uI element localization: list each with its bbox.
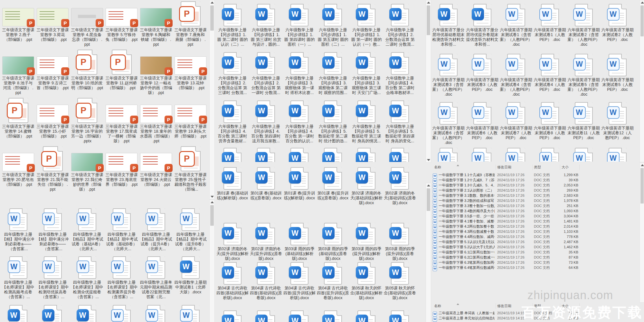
file-item[interactable]: W六年级英语下册期末测试卷2（人教PEP） .doc — [601, 3, 634, 42]
file-item[interactable]: W第04课 古代诗歌四首(基础训练)(解析版).docx — [216, 261, 249, 300]
file-item[interactable]: W第01课 春(基础训练)(原卷版) .docx — [249, 166, 283, 201]
file-item[interactable]: W — [35, 304, 70, 322]
file-item[interactable]: P三年级语文下册课堂教学 15.小虾（部编版） .ppt — [35, 99, 70, 139]
file-item[interactable]: W六年级数学上册【同步讲练】1. 圆 第四课时 圆的面积（一）... — [283, 3, 316, 47]
scrollbar-thumb[interactable] — [210, 205, 214, 226]
file-item[interactable]: W四年级数学上册【精品】期中考试试卷（提升A卷）（北师大... — [139, 207, 173, 251]
file-item[interactable]: W第02课 济南的冬天(基础训练)(原卷版).docx — [383, 166, 417, 205]
file-row[interactable]: W一年级数学下册 1.2十几减8、7（苏教...2024/11/19 17:26… — [431, 177, 582, 183]
file-item[interactable]: W第02课 济南的冬天(提升训练)(原卷版).docx — [249, 222, 283, 261]
file-item[interactable]: W — [283, 147, 316, 162]
file-item[interactable]: W六年级英语下册期末测试卷6（人教PEP） .doc — [465, 101, 499, 140]
file-item[interactable]: P三年级语文下册课堂教学 7.鹿角和鹿腿（部编版） .ppt — [173, 3, 208, 47]
file-item[interactable]: W六年级英语下册期末测试卷2（含答案）（人教PEP） .doc — [567, 3, 601, 47]
file-item[interactable]: W六年级英语下册期末测试卷4（含答案）（人教PEP） .doc — [499, 52, 533, 97]
file-row[interactable]: W一年级数学下册 6.2口算两位数减一位数...2024/11/19 17:26… — [431, 255, 582, 260]
file-item[interactable]: W六年级数学上册【同步讲练】1. 圆 第五课时 圆的面积（二）... — [316, 3, 350, 47]
file-item[interactable]: W第01课 春(基础训练)(解析版) .docx — [216, 166, 249, 201]
file-item[interactable]: W六年级数学上册【同步讲练】4. 百分数 第二课时 合格率教材详... — [383, 51, 417, 95]
file-row[interactable]: W一年级数学下册 4.3两位数减整十数、一...2024/11/19 17:26… — [431, 229, 582, 234]
file-item[interactable]: P三年级语文下册课堂教学 17.我变成了一棵树（部编版） .ppt — [104, 99, 139, 144]
file-row[interactable]: W一年级数学下册 3.5多一些、少一些、多...2024/11/19 17:26… — [431, 213, 582, 219]
file-item[interactable]: W — [216, 309, 249, 322]
file-item[interactable]: W六年级英语下册期末测试卷7（人教PEP） .doc — [499, 101, 533, 140]
scroll-up-icon[interactable] — [427, 2, 430, 4]
file-row[interactable]: W一年级数学下册 5.1认识1元及1元以下...2024/11/19 17:26… — [431, 239, 582, 244]
file-item[interactable]: W — [465, 147, 499, 162]
file-row[interactable]: W一年级数学下册 3.4数的顺序及大小比较...2024/11/19 17:26… — [431, 208, 582, 213]
file-item[interactable]: P三年级语文下册课堂教学 24.火烧云（部编版） .ppt — [139, 147, 173, 187]
scroll-down-icon[interactable] — [211, 196, 214, 198]
file-row[interactable]: W一年级数学下册 4.2两位数加整十数、一...2024/11/19 17:26… — [431, 224, 582, 229]
file-item[interactable]: W第01课 春(提升训练)(解析版) .docx — [283, 166, 316, 201]
column-header-type[interactable]: 类型 — [533, 165, 560, 170]
column-header-date[interactable]: 修改日期 — [496, 165, 533, 170]
file-row[interactable]: W一年级数学下册 3.1数数、数的基本含义...2024/11/19 17:26… — [431, 193, 582, 198]
file-item[interactable]: W六年级数学上册【同步讲练】4. 百分数 第三课时 营养含量教材... — [216, 99, 249, 144]
file-item[interactable]: W六年级英语下册分层培优基础卷期末检测含听力材料文本和答... — [431, 3, 465, 47]
file-row[interactable]: W一年级数学下册 2.1认识图形（二）（苏...2024/11/19 17:26… — [431, 188, 582, 193]
file-item[interactable]: P三年级语文下册课堂教学 23.海底世界（部编版） .ppt — [104, 147, 139, 187]
file-row[interactable]: W一年级数学下册 4.1整十数加、减整十数...2024/11/19 17:26… — [431, 219, 582, 224]
file-item[interactable]: W — [533, 147, 567, 162]
file-item[interactable]: P三年级语文下册课堂教学 16.宇宙的另一边（部编版） .pptx — [70, 99, 104, 144]
file-item[interactable]: W四年级数学上册【精品】期中考试试卷（基础B卷）（北师大... — [104, 207, 139, 251]
file-row[interactable]: W一年级数学下册 6.4笔算两位数减两位数...2024/11/19 17:26… — [431, 265, 582, 270]
file-item[interactable]: W六年级数学上册【同步讲练】4. 百分数 第一课时 百分数的认识... — [283, 99, 316, 144]
scroll-up-icon[interactable] — [211, 2, 214, 4]
file-item[interactable]: W — [601, 147, 634, 162]
file-item[interactable]: W第03课 雨的四季(提升训练)(解析版).docx — [350, 222, 383, 261]
file-item[interactable]: P三年级语文下册课堂教学 14.蜜蜂（部编版） .ppt — [1, 99, 35, 139]
file-item[interactable]: W六年级数学上册【同步讲练】1. 圆 第三课时 欣赏与设计，圆的... — [249, 3, 283, 47]
file-item[interactable]: W第04课 古代诗歌四首(提升训练)(解析版).docx — [283, 261, 316, 300]
file-item[interactable]: P三年级语文下册课堂教学 2.燕子（部编版） .ppt — [1, 3, 35, 42]
column-header-name[interactable]: 名称 — [433, 165, 496, 170]
file-item[interactable]: W六年级英语下册期末测试卷11（人教PEP） .doc — [567, 101, 601, 140]
file-item[interactable]: W第03课 雨的四季(基础训练)(原卷版).docx — [316, 222, 350, 261]
file-item[interactable]: W六年级数学上册【同步讲练】1. 圆 第一课时 圆的认识（一）教... — [350, 3, 383, 47]
file-item[interactable]: P三年级语文下册课堂教学 25.慢性子裁缝和急性子顾客（部编... — [173, 147, 208, 192]
scrollbar-details[interactable] — [639, 163, 644, 303]
file-row[interactable]: W一年级数学下册 6.1口算两位数加一位数...2024/11/19 17:26… — [431, 250, 582, 255]
file-item[interactable]: P三年级语文下册课堂教学 9.古诗三首（部编版） .ppt — [35, 51, 70, 90]
file-item[interactable]: W六年级英语下册期末测试卷1（含答案）（人教PEP） .doc — [499, 3, 533, 47]
file-item[interactable]: W第05课 秋天的怀念(基础训练)(解析版).docx — [350, 261, 383, 300]
file-item[interactable]: W — [316, 309, 350, 322]
file-item[interactable]: P三年级语文下册课堂教学 10.纸的发明（部编版） .ppt — [70, 51, 104, 90]
file-item[interactable]: W — [249, 309, 283, 322]
file-row[interactable]: W一年级数学下册 6.3笔算两位数加两位数...2024/11/19 17:26… — [431, 260, 582, 265]
file-item[interactable]: W — [70, 304, 104, 322]
file-item[interactable]: W第01课 春(提升训练)(原卷版) .docx — [316, 166, 350, 201]
file-item[interactable]: W第02课 济南的冬天(提升训练)(解析版).docx — [216, 222, 249, 261]
file-item[interactable]: W第05课 秋天的怀念(基础训练)(原卷版).docx — [383, 261, 417, 300]
file-item[interactable]: W四年级数学上册期中测试卷1（北师大版）.docx — [173, 255, 208, 295]
file-item[interactable]: W六年级英语下册期末测试卷5（含答案）（人教PEP） .doc — [567, 52, 601, 97]
scrollbar-thumb[interactable] — [427, 5, 430, 35]
scrollbar-thumb[interactable] — [210, 5, 214, 31]
file-item[interactable]: P三年级语文下册课堂教学 11.赵州桥（部编版） .ppt — [104, 51, 139, 90]
file-item[interactable]: P三年级语文下册课堂教学 4.昆虫备忘录（部编版） .ppt — [70, 3, 104, 47]
file-item[interactable]: W — [567, 147, 601, 162]
file-item[interactable]: W六年级英语下册期末测试卷1（人教PEP） .doc — [533, 3, 567, 42]
file-item[interactable]: P三年级语文下册课堂教学 13.花钟（部编版） .ppt — [173, 51, 208, 90]
file-item[interactable]: W — [383, 309, 417, 322]
file-item[interactable]: W四年级数学上册【名师课堂】期中检测高频考点卷 （含答案）... — [1, 255, 35, 299]
file-item[interactable]: W四年级数学上册【精品】期中考试试卷（提升B卷）（北师大... — [173, 207, 208, 251]
column-header-size[interactable]: 大小 — [560, 165, 580, 170]
file-item[interactable]: W六年级数学上册【同步讲练】5. 数据处理 第四课时 身高的变化... — [383, 99, 417, 144]
file-item[interactable]: W四年级数学上册【精】期中满分冲刺必刷卷b——（含答案... — [35, 207, 70, 251]
scrollbar-left-bottom[interactable] — [209, 200, 215, 322]
file-item[interactable]: W — [499, 147, 533, 162]
file-item[interactable]: W四年级数学上册【精品】期中考试试卷（基础A卷）（北师大... — [70, 207, 104, 251]
scroll-down-icon[interactable] — [427, 159, 430, 161]
scrollbar-thumb[interactable] — [640, 5, 644, 36]
file-item[interactable]: W六年级数学上册【同步讲练】4. 百分数 第四课时 这月我当家教... — [249, 99, 283, 144]
file-item[interactable]: W四年级数学上册【名师课堂】期中检测素养提升卷 （含答案）... — [104, 255, 139, 299]
scroll-up-icon[interactable] — [641, 2, 644, 4]
file-item[interactable]: W — [431, 147, 465, 162]
column-header-name[interactable]: 名称 — [433, 303, 496, 309]
file-item[interactable]: W — [173, 304, 208, 322]
file-item[interactable]: W — [249, 147, 283, 162]
scroll-up-icon[interactable] — [427, 185, 430, 186]
file-item[interactable]: W — [283, 309, 316, 322]
